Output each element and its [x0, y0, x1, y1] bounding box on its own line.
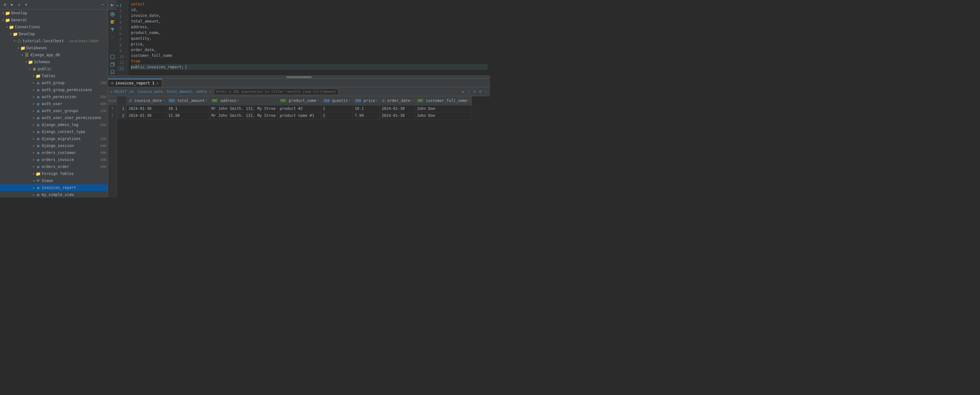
- sort-arrow[interactable]: ▼: [349, 99, 350, 102]
- sidebar-item-tutorial-localhost[interactable]: ▾ ⬡ tutorial-localhost - localhost:5439: [0, 38, 108, 44]
- filter-input[interactable]: [214, 89, 339, 95]
- col-header-customer-full-name[interactable]: RBC customer_full_name ▼: [415, 96, 472, 105]
- col-header-total-amount[interactable]: 123 total_amount ▼: [166, 96, 209, 105]
- col-name: customer_full_name: [426, 98, 467, 103]
- col-header-address[interactable]: RBC address ▼: [209, 96, 278, 105]
- sidebar-item-foreign-tables[interactable]: ▸ 📁 Foreign Tables: [0, 170, 108, 177]
- svg-rect-2: [111, 20, 115, 21]
- expand-arrow: ▸: [32, 130, 36, 134]
- run-query-icon[interactable]: ▶: [111, 2, 113, 7]
- sidebar-item-label: django_app_db: [30, 53, 107, 57]
- code-editor: ▶ 1 ▶ 2 ▶3 ▶4 ▶5 ▶6 ▶7 ▶8 ▶9: [117, 0, 490, 76]
- sidebar-item-label: auth_permission: [41, 95, 97, 99]
- exec-marker-1: ▶: [117, 3, 119, 8]
- sort-arrow[interactable]: ▼: [468, 99, 470, 102]
- settings-icon[interactable]: ⚙: [24, 2, 29, 7]
- tab-invoices-report[interactable]: ⊞ invoices_report 1 ✕: [108, 79, 162, 87]
- sidebar-item-connections[interactable]: ▾ 📁 Connections: [0, 24, 108, 30]
- sidebar-item-orders-order[interactable]: ▸ ▦ orders_order 40K: [0, 163, 108, 170]
- refresh-icon[interactable]: ↺: [16, 2, 22, 7]
- sidebar-item-auth-user[interactable]: ▸ ▦ auth_user 64K: [0, 100, 108, 107]
- col-header-quantity[interactable]: 123 quantit ▼: [321, 96, 353, 105]
- sidebar-item-label: orders_order: [41, 165, 97, 169]
- sidebar-item-label: Schemas: [34, 60, 107, 64]
- col-header-order-date[interactable]: ⊙ order_date ▼: [380, 96, 415, 105]
- sidebar-item-auth-user-groups[interactable]: ▸ ▦ auth_user_groups 32K: [0, 107, 108, 114]
- sidebar-item-public[interactable]: ▾ ▦ public: [0, 65, 108, 72]
- sidebar-item-auth-group[interactable]: ▸ ▦ auth_group 24K: [0, 79, 108, 86]
- editor-line-3: invoice_date,: [131, 13, 487, 18]
- bookmark-icon[interactable]: [109, 68, 116, 76]
- sidebar-item-django-admin-log[interactable]: ▸ ▦ django_admin_log 64K: [0, 121, 108, 128]
- col-name: invoice_date: [134, 98, 162, 103]
- sidebar-item-auth-group-permissions[interactable]: ▸ ▦ auth_group_permissions: [0, 86, 108, 94]
- sort-arrow[interactable]: ▼: [411, 99, 413, 102]
- editor-line-2: id,: [131, 7, 487, 13]
- sidebar-item-label: Develop: [19, 32, 107, 36]
- keyword: select: [131, 2, 145, 6]
- sidebar-item-django-session[interactable]: ▸ ▦ django_session 64K: [0, 142, 108, 149]
- col-name: quantit: [332, 98, 348, 103]
- results-edit-icon[interactable]: ✎: [473, 89, 477, 94]
- debug-icon[interactable]: [109, 11, 116, 18]
- table-row: 2 2024-01-30 15.98 Mr John Smith. 132, M…: [117, 112, 472, 119]
- sort-arrow[interactable]: ▼: [376, 99, 377, 102]
- results-filter-icon[interactable]: |: [467, 89, 471, 94]
- grid-icon[interactable]: ⊞: [3, 2, 8, 7]
- sort-arrow[interactable]: ▼: [237, 99, 239, 102]
- more-options-icon[interactable]: ⋯: [111, 33, 113, 41]
- explain-icon[interactable]: [109, 18, 116, 25]
- editor-line-12-active: public.invoices_report;: [131, 64, 487, 70]
- col-name: order_date: [387, 98, 410, 103]
- sidebar-item-orders-customer[interactable]: ▸ ▦ orders_customer 48K: [0, 149, 108, 156]
- sort-arrow[interactable]: ▼: [317, 99, 319, 102]
- sort-arrow[interactable]: ▼: [163, 99, 164, 102]
- sidebar-item-develop[interactable]: ▾ 📁 Develop: [0, 10, 108, 16]
- sidebar-item-label: Connections: [15, 25, 107, 29]
- sidebar-item-invoices-report[interactable]: ▸ ▦ invoices_report: [0, 184, 108, 191]
- editor-line-1: select: [131, 1, 487, 7]
- grid-left-labels: Grid 1 2: [108, 96, 117, 198]
- sidebar-item-tables[interactable]: ▾ 📁 Tables: [0, 72, 108, 79]
- sidebar-item-orders-invoice[interactable]: ▸ ▦ orders_invoice 40K: [0, 156, 108, 163]
- sidebar-item-develop-conn[interactable]: ▾ 📁 Develop: [0, 30, 108, 38]
- row-num: 2: [117, 112, 126, 119]
- sidebar-item-auth-user-user-permissions[interactable]: ▸ ▦ auth_user_user_permissions: [0, 114, 108, 121]
- grid-row-label-1: 1: [108, 105, 117, 112]
- sidebar-item-schemas[interactable]: ▾ 📁 Schemas: [0, 59, 108, 65]
- table-icon: ▦: [36, 95, 41, 99]
- col-type-badge: RBC: [417, 99, 424, 103]
- sql-editor[interactable]: select id, invoice_date, total_amount, a…: [128, 0, 490, 76]
- sidebar-item-django-app-db[interactable]: ▾ 🗄 django_app_db: [0, 51, 108, 59]
- run-icon[interactable]: ▶: [10, 2, 14, 7]
- expand-arrow: ▾: [28, 67, 32, 71]
- filter-icon[interactable]: [109, 26, 116, 33]
- view-icon: ▦: [36, 186, 41, 190]
- execute-icon[interactable]: ▶: [461, 89, 466, 94]
- copy-icon[interactable]: [109, 61, 116, 68]
- results-more-icon[interactable]: ⋯: [484, 89, 488, 94]
- more-icon[interactable]: ⋯: [100, 2, 105, 7]
- tab-close-button[interactable]: ✕: [156, 81, 159, 86]
- col-type-badge: 123: [355, 99, 362, 103]
- col-header-price[interactable]: 123 price ▼: [353, 96, 380, 105]
- export-icon[interactable]: [109, 53, 116, 60]
- col-header-product-name[interactable]: RBC product_name ▼: [278, 96, 321, 105]
- sidebar-item-my-simple-view[interactable]: ▸ ▦ my_simple_view: [0, 191, 108, 198]
- sidebar-item-label: django_content_type: [41, 130, 107, 134]
- sort-arrow[interactable]: ▼: [205, 99, 207, 102]
- sidebar-item-databases[interactable]: ▾ 📁 Databases: [0, 44, 108, 51]
- sidebar-item-general[interactable]: ▸ 📁 General: [0, 16, 108, 24]
- db-icon: 🗄: [24, 53, 29, 57]
- sidebar-item-views[interactable]: ▾ 👁 Views: [0, 177, 108, 184]
- results-sort-icon[interactable]: ▼: [478, 89, 482, 94]
- table-icon: ▦: [36, 165, 41, 169]
- col-header-invoice-date[interactable]: ⊙ invoice_date ▼: [126, 96, 166, 105]
- data-grid: Grid 1 2: [108, 96, 490, 198]
- expand-arrow: ▾: [16, 46, 20, 50]
- col-header-rownum: [117, 96, 126, 105]
- editor-scrollbar[interactable]: [108, 76, 490, 78]
- sidebar-item-django-content-type[interactable]: ▸ ▦ django_content_type: [0, 128, 108, 135]
- sidebar-item-django-migrations[interactable]: ▸ ▦ django_migrations 32K: [0, 135, 108, 142]
- sidebar-item-auth-permission[interactable]: ▸ ▦ auth_permission 56K: [0, 94, 108, 100]
